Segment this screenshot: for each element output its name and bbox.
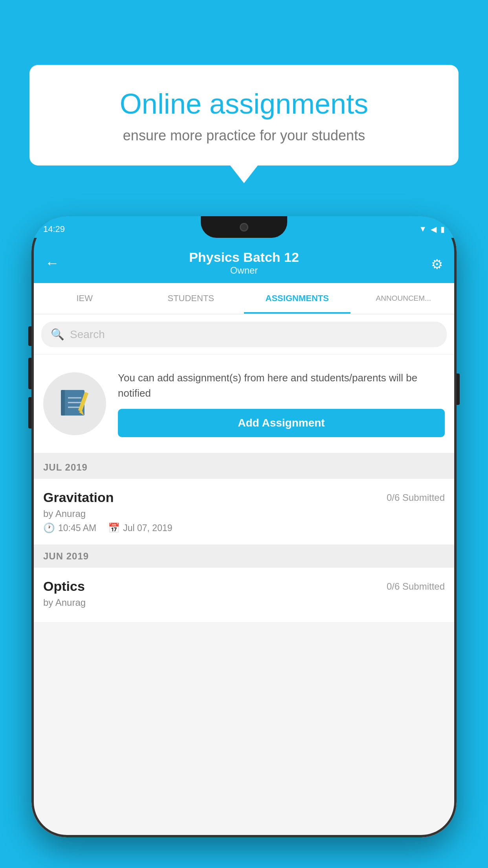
page-title: Physics Batch 12 — [43, 250, 445, 265]
assignment-by: by Anurag — [43, 508, 445, 519]
tab-overview[interactable]: IEW — [31, 283, 138, 314]
phone-frame: 14:29 ▼ ◀ ▮ ← Physics Batch 12 Owner ⚙ — [31, 216, 457, 837]
volume-up-button — [28, 358, 31, 389]
status-time: 14:29 — [43, 224, 65, 234]
speech-bubble: Online assignments ensure more practice … — [29, 65, 459, 166]
front-camera — [240, 223, 248, 232]
optics-name: Optics — [43, 579, 85, 594]
notebook-icon-circle — [43, 372, 106, 435]
assignment-name: Gravitation — [43, 490, 114, 505]
calendar-icon: 📅 — [108, 522, 120, 533]
volume-down-button — [28, 397, 31, 428]
speech-bubble-container: Online assignments ensure more practice … — [29, 65, 459, 183]
add-assignment-promo: You can add assignment(s) from here and … — [31, 355, 457, 456]
phone-notch — [201, 216, 287, 238]
assignment-date: 📅 Jul 07, 2019 — [108, 522, 172, 533]
assignment-time: 🕐 10:45 AM — [43, 522, 96, 533]
power-button — [457, 373, 460, 405]
promo-description: You can add assignment(s) from here and … — [118, 370, 445, 401]
mute-button — [28, 326, 31, 346]
notebook-icon — [57, 386, 92, 421]
wifi-icon: ▼ — [419, 224, 427, 234]
back-button[interactable]: ← — [45, 255, 59, 271]
search-bar[interactable]: 🔍 Search — [41, 322, 447, 347]
status-icons: ▼ ◀ ▮ — [419, 224, 445, 234]
tabs-bar: IEW STUDENTS ASSIGNMENTS ANNOUNCEM... — [31, 283, 457, 314]
phone-wrapper: 14:29 ▼ ◀ ▮ ← Physics Batch 12 Owner ⚙ — [31, 216, 457, 868]
tab-announcements[interactable]: ANNOUNCEM... — [350, 283, 457, 314]
settings-button[interactable]: ⚙ — [431, 256, 443, 272]
speech-bubble-title: Online assignments — [57, 88, 431, 120]
app-content: 14:29 ▼ ◀ ▮ ← Physics Batch 12 Owner ⚙ — [31, 216, 457, 837]
section-header-jun2019: JUN 2019 — [31, 545, 457, 568]
promo-right: You can add assignment(s) from here and … — [118, 370, 445, 437]
signal-icon: ◀ — [431, 224, 437, 234]
assignment-submitted: 0/6 Submitted — [387, 492, 445, 503]
assignment-top-row: Gravitation 0/6 Submitted — [43, 490, 445, 505]
assignment-item-optics[interactable]: Optics 0/6 Submitted by Anurag — [31, 568, 457, 623]
add-assignment-button[interactable]: Add Assignment — [118, 409, 445, 437]
tab-students[interactable]: STUDENTS — [138, 283, 244, 314]
search-input[interactable]: Search — [70, 328, 105, 341]
tab-assignments[interactable]: ASSIGNMENTS — [244, 283, 350, 314]
page-subtitle: Owner — [43, 265, 445, 276]
search-icon: 🔍 — [51, 328, 64, 341]
top-bar-title-block: Physics Batch 12 Owner — [43, 250, 445, 276]
assignment-item-gravitation[interactable]: Gravitation 0/6 Submitted by Anurag 🕐 10… — [31, 479, 457, 545]
assignment-top-row-optics: Optics 0/6 Submitted — [43, 579, 445, 594]
clock-icon: 🕐 — [43, 522, 55, 533]
speech-bubble-subtitle: ensure more practice for your students — [57, 127, 431, 144]
assignment-meta: 🕐 10:45 AM 📅 Jul 07, 2019 — [43, 522, 445, 533]
optics-by: by Anurag — [43, 597, 445, 608]
speech-bubble-tail — [230, 166, 258, 183]
optics-submitted: 0/6 Submitted — [387, 581, 445, 592]
battery-icon: ▮ — [440, 224, 445, 234]
svg-rect-1 — [61, 390, 65, 416]
section-header-jul2019: JUL 2019 — [31, 456, 457, 479]
search-bar-wrapper: 🔍 Search — [31, 314, 457, 355]
